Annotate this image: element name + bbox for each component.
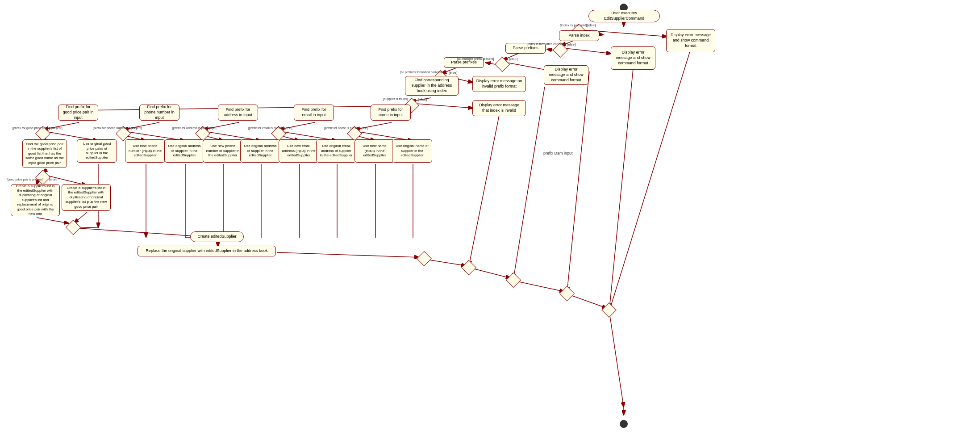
- diamond-merge3: [508, 275, 519, 285]
- svg-line-53: [567, 71, 589, 292]
- diamond-merge1: [68, 222, 79, 233]
- user-executes-node: User executes EditSupplierCommand: [588, 10, 660, 22]
- label-index-present: [index is present]: [560, 23, 587, 27]
- label-else-address: [else]: [209, 126, 217, 130]
- label-else4: [else]: [449, 71, 457, 75]
- create-edited-supplier-node: Create editedSupplier: [190, 231, 244, 242]
- display-error-invalid-prefix-node: Display error message on invalid prefix …: [472, 76, 526, 92]
- display-error-cmd3-node: Display error message and show command f…: [544, 65, 588, 85]
- use-orig-phone-node: Use original good price pairs of supplie…: [77, 139, 117, 163]
- diamond-phone-present: [118, 128, 129, 139]
- label-index-formatted: [index is formatted correctly]: [527, 42, 566, 46]
- label-all-prefixes: [all prefixes formatted correctly]: [400, 71, 443, 74]
- use-new-name-node: Use new name (input) in the editedSuppli…: [354, 139, 395, 163]
- diamond-merge5: [604, 305, 614, 315]
- label-else5: [else]: [418, 97, 427, 101]
- label-else-name: [else]: [361, 126, 368, 130]
- use-new-address-node: Use new phone number of supplier in the …: [203, 139, 243, 163]
- diamond-at-least-one: [497, 59, 508, 70]
- find-prefix-phone-node: Find prefix for phone number in input: [139, 105, 179, 121]
- create-supplier-new-node: Create a supplier's list in the editedSu…: [62, 184, 111, 211]
- diagram-container: User executes EditSupplierCommand Parse …: [0, 0, 980, 432]
- diamond-address-present: [197, 128, 208, 139]
- svg-line-35: [37, 218, 69, 223]
- use-orig-name-node: Use original name of supplier in the edi…: [392, 139, 432, 163]
- find-prefix-email-node: Find prefix for email in input: [294, 105, 334, 121]
- diamond-good-pair-present: [38, 172, 48, 183]
- label-prefix-email-present: [prefix for email is present]: [248, 126, 285, 130]
- label-else3: [else]: [509, 57, 517, 61]
- svg-line-16: [416, 104, 473, 108]
- diamond-name-present: [349, 128, 360, 139]
- label-else-email: [else]: [285, 126, 292, 130]
- use-orig-email-node: Use original email address of supplier i…: [316, 139, 356, 163]
- svg-line-60: [609, 313, 624, 407]
- find-prefix-address-node: Find prefix for address in input: [218, 105, 258, 121]
- label-prefix-address-present: [prefix for address is present]: [172, 126, 213, 130]
- display-error-index-invalid-node: Display error message that index is inva…: [472, 100, 526, 116]
- replace-original-node: Replace the original supplier with edite…: [138, 246, 276, 256]
- svg-line-59: [567, 294, 607, 308]
- use-new-phone-node: Use new phone number (input) in the edit…: [125, 139, 165, 163]
- svg-line-7: [565, 48, 612, 54]
- diamond-email-present: [273, 128, 284, 139]
- diamond-index-formatted: [555, 45, 566, 55]
- find-supplier-node: Find corresponding supplier in the addre…: [405, 76, 459, 96]
- find-prefix-good-node: Find prefix for good price pair in input: [58, 105, 98, 121]
- label-else2: [else]: [567, 42, 575, 46]
- parse-index-node: Parse index: [559, 30, 599, 41]
- display-error-cmd2-node: Display error message and show command f…: [611, 46, 655, 70]
- diamond-merge4: [562, 288, 572, 299]
- use-new-email-node: Use new email address (input) in the edi…: [279, 139, 319, 163]
- find-prefix-name-node: Find prefix for name in input: [371, 105, 411, 121]
- svg-line-51: [469, 111, 500, 266]
- label-supplier-found: [supplier is found]: [383, 97, 408, 101]
- label-else-good-pair: [else]: [49, 178, 57, 181]
- find-good-price-node: Find the good price pair in the supplier…: [22, 139, 67, 168]
- label-else1: [else]: [587, 23, 596, 27]
- use-orig-address-supplier-node: Use original address of supplier in the …: [164, 139, 204, 163]
- svg-line-50: [277, 252, 420, 257]
- svg-line-55: [609, 45, 692, 310]
- label-at-least-one: [at leastone prefix present]: [457, 57, 494, 60]
- label-else-phone: [else]: [129, 126, 137, 130]
- display-error-cmd1-node: Display error message and show command f…: [666, 29, 715, 52]
- label-prefix-name-present: [prefix for name is present]: [324, 126, 361, 130]
- svg-line-54: [609, 60, 634, 309]
- use-orig-address-node: Use original address of supplier in the …: [240, 139, 280, 163]
- svg-line-57: [471, 268, 511, 278]
- end-node: [620, 420, 628, 428]
- svg-line-58: [513, 281, 565, 292]
- label-prefix-dam: prefix Dam input: [543, 151, 573, 155]
- label-else-good: [else]: [49, 126, 57, 130]
- create-supplier-orig-node: Create a supplier's list in the editedSu…: [11, 184, 60, 216]
- diamond-merge-final: [419, 253, 430, 264]
- svg-line-56: [424, 259, 467, 266]
- diamond-merge2: [463, 262, 474, 273]
- label-good-pair-present: [good price pair is present]: [7, 178, 44, 181]
- diamond-good-present: [38, 128, 48, 139]
